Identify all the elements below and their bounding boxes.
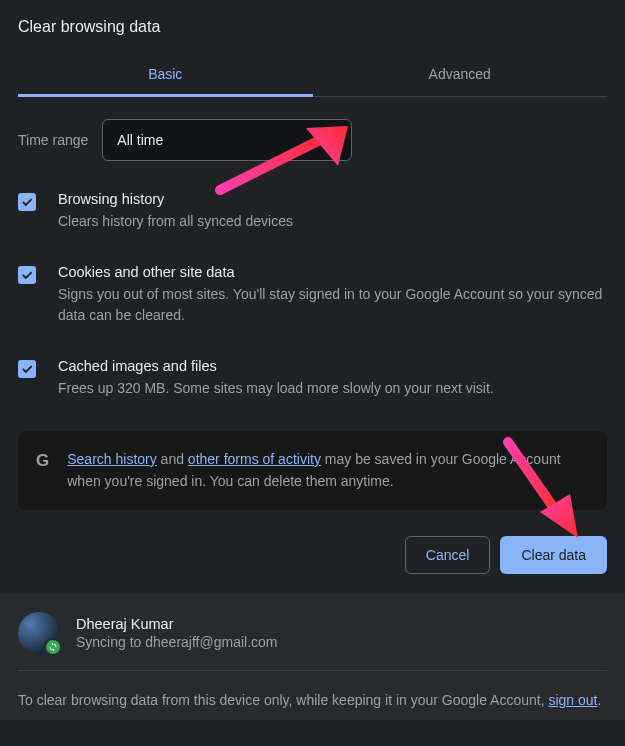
tab-bar: Basic Advanced xyxy=(18,56,607,97)
footer-message: To clear browsing data from this device … xyxy=(18,689,607,711)
google-account-info: G Search history and other forms of acti… xyxy=(18,431,607,510)
option-title-history: Browsing history xyxy=(58,191,607,207)
checkbox-cache[interactable] xyxy=(18,360,36,378)
google-logo-icon: G xyxy=(36,451,49,471)
option-title-cache: Cached images and files xyxy=(58,358,607,374)
clear-data-button[interactable]: Clear data xyxy=(500,536,607,574)
checkbox-cookies[interactable] xyxy=(18,266,36,284)
link-other-activity[interactable]: other forms of activity xyxy=(188,451,321,467)
option-desc-history: Clears history from all synced devices xyxy=(58,211,607,232)
dialog-title: Clear browsing data xyxy=(18,18,607,36)
check-icon xyxy=(20,362,34,376)
chevron-down-icon: ▼ xyxy=(326,134,337,146)
avatar xyxy=(18,612,60,654)
tab-advanced[interactable]: Advanced xyxy=(313,56,608,96)
checkbox-browsing-history[interactable] xyxy=(18,193,36,211)
time-range-label: Time range xyxy=(18,132,88,148)
option-desc-cache: Frees up 320 MB. Some sites may load mor… xyxy=(58,378,607,399)
account-sync-status: Syncing to dheerajff@gmail.com xyxy=(76,634,278,650)
link-search-history[interactable]: Search history xyxy=(67,451,156,467)
time-range-select[interactable]: All time ▼ xyxy=(102,119,352,161)
check-icon xyxy=(20,268,34,282)
account-name: Dheeraj Kumar xyxy=(76,616,278,632)
check-icon xyxy=(20,195,34,209)
link-sign-out[interactable]: sign out xyxy=(548,692,597,708)
option-title-cookies: Cookies and other site data xyxy=(58,264,607,280)
cancel-button[interactable]: Cancel xyxy=(405,536,491,574)
sync-badge-icon xyxy=(44,638,62,656)
tab-basic[interactable]: Basic xyxy=(18,56,313,97)
time-range-value: All time xyxy=(117,132,163,148)
option-desc-cookies: Signs you out of most sites. You'll stay… xyxy=(58,284,607,326)
